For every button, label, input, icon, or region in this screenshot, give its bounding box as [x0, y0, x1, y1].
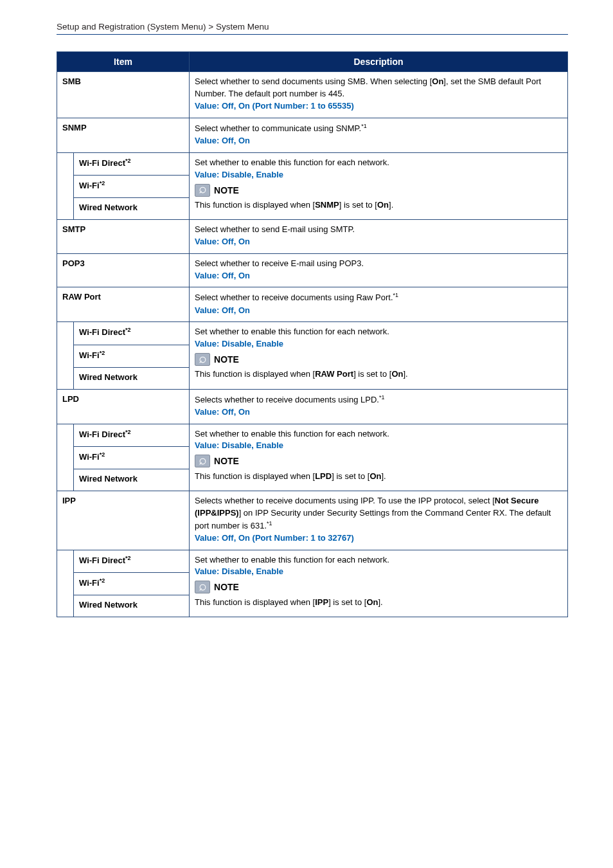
- item-snmp-wifidirect: Wi-Fi Direct*2: [74, 152, 190, 175]
- item-snmp: SNMP: [57, 118, 190, 152]
- row-raw: RAW Port Select whether to receive docum…: [57, 287, 568, 322]
- row-snmp-wifidirect: Wi-Fi Direct*2 Set whether to enable thi…: [57, 152, 568, 175]
- row-ipp: IPP Selects whether to receive documents…: [57, 491, 568, 550]
- item-ipp-wired: Wired Network: [74, 595, 190, 617]
- indent-raw: [57, 322, 74, 389]
- row-pop3: POP3 Select whether to receive E-mail us…: [57, 253, 568, 287]
- header-rule: [57, 34, 568, 35]
- item-raw-wifi: Wi-Fi*2: [74, 345, 190, 367]
- header-item: Item: [57, 52, 190, 72]
- desc-lpd: Selects whether to receive documents usi…: [190, 389, 568, 424]
- row-smb: SMB Select whether to send documents usi…: [57, 72, 568, 118]
- row-raw-wifidirect: Wi-Fi Direct*2 Set whether to enable thi…: [57, 322, 568, 345]
- desc-lpd-sub: Set whether to enable this function for …: [190, 424, 568, 491]
- settings-table: Item Description SMB Select whether to s…: [57, 51, 568, 617]
- item-smtp: SMTP: [57, 220, 190, 254]
- item-ipp-wifidirect: Wi-Fi Direct*2: [74, 550, 190, 572]
- note-row: NOTE: [195, 353, 239, 366]
- note-icon: [195, 581, 210, 593]
- row-lpd: LPD Selects whether to receive documents…: [57, 389, 568, 424]
- item-raw-wired: Wired Network: [74, 367, 190, 389]
- item-lpd-wifidirect: Wi-Fi Direct*2: [74, 424, 190, 446]
- desc-raw-sub: Set whether to enable this function for …: [190, 322, 568, 389]
- item-raw: RAW Port: [57, 287, 190, 322]
- desc-raw: Select whether to receive documents usin…: [190, 287, 568, 322]
- row-ipp-wifidirect: Wi-Fi Direct*2 Set whether to enable thi…: [57, 550, 568, 572]
- item-lpd-wifi: Wi-Fi*2: [74, 446, 190, 469]
- row-lpd-wifidirect: Wi-Fi Direct*2 Set whether to enable thi…: [57, 424, 568, 446]
- desc-ipp: Selects whether to receive documents usi…: [190, 491, 568, 550]
- breadcrumb: Setup and Registration (System Menu) > S…: [57, 22, 568, 32]
- item-ipp-wifi: Wi-Fi*2: [74, 572, 190, 595]
- table-header-row: Item Description: [57, 52, 568, 72]
- document-page: Setup and Registration (System Menu) > S…: [0, 0, 613, 868]
- desc-snmp: Select whether to communicate using SNMP…: [190, 118, 568, 152]
- row-snmp: SNMP Select whether to communicate using…: [57, 118, 568, 152]
- indent-lpd: [57, 424, 74, 491]
- item-lpd-wired: Wired Network: [74, 469, 190, 491]
- item-smb: SMB: [57, 72, 190, 118]
- item-ipp: IPP: [57, 491, 190, 550]
- item-raw-wifidirect: Wi-Fi Direct*2: [74, 322, 190, 345]
- item-lpd: LPD: [57, 389, 190, 424]
- header-description: Description: [190, 52, 568, 72]
- note-row: NOTE: [195, 581, 239, 593]
- desc-pop3: Select whether to receive E-mail using P…: [190, 253, 568, 287]
- note-icon: [195, 455, 210, 467]
- row-smtp: SMTP Select whether to send E-mail using…: [57, 220, 568, 254]
- desc-smtp: Select whether to send E-mail using SMTP…: [190, 220, 568, 254]
- note-row: NOTE: [195, 184, 239, 197]
- item-pop3: POP3: [57, 253, 190, 287]
- item-snmp-wired: Wired Network: [74, 198, 190, 220]
- indent-ipp: [57, 550, 74, 617]
- note-row: NOTE: [195, 455, 239, 467]
- item-snmp-wifi: Wi-Fi*2: [74, 176, 190, 198]
- desc-smb: Select whether to send documents using S…: [190, 72, 568, 118]
- indent-snmp: [57, 152, 74, 219]
- note-icon: [195, 184, 210, 197]
- note-icon: [195, 353, 210, 366]
- desc-snmp-sub: Set whether to enable this function for …: [190, 152, 568, 219]
- desc-ipp-sub: Set whether to enable this function for …: [190, 550, 568, 617]
